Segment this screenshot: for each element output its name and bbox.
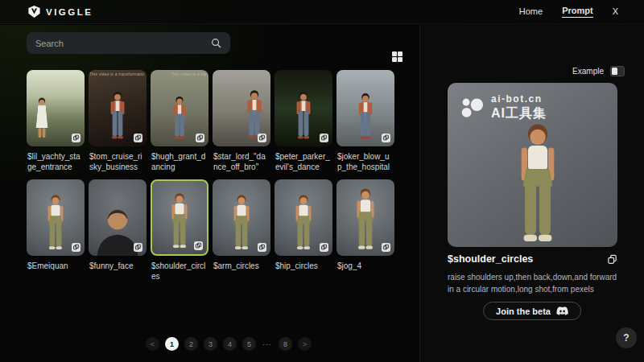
video-title: $hip_circles xyxy=(275,261,332,271)
example-row: Example xyxy=(572,66,625,76)
video-title: $arm_circles xyxy=(213,261,270,271)
person-figure xyxy=(162,192,198,249)
watermark-note: This video is a transformatio xyxy=(89,72,144,76)
gallery-item[interactable]: $lil_yachty_stage_entrance xyxy=(27,70,85,179)
person-figure xyxy=(286,194,322,250)
page-8-button[interactable]: 8 xyxy=(279,337,292,351)
video-thumbnail[interactable] xyxy=(213,179,270,256)
top-bar: VIGGLE Home Prompt X xyxy=(0,0,644,24)
copy-icon[interactable] xyxy=(196,134,204,142)
watermark-note: This video is a tra xyxy=(151,72,206,76)
join-beta-label: Join the beta xyxy=(496,306,551,316)
video-title: $lil_yachty_stage_entrance xyxy=(27,151,84,172)
top-nav: Home Prompt X xyxy=(519,6,618,18)
video-thumbnail[interactable] xyxy=(275,179,332,256)
person-figure xyxy=(287,91,320,141)
search-bar[interactable] xyxy=(27,32,230,54)
detail-panel: Example ai-bot.cn AI工具集 $shoulder_circle… xyxy=(419,25,644,362)
video-title: $peter_parker_evil's_dance xyxy=(275,151,332,172)
gallery-item[interactable]: $star_lord_"dance_off_bro" xyxy=(213,70,270,179)
gallery-item[interactable]: $Emeiquan xyxy=(27,179,85,289)
preview-title: $shoulder_circles xyxy=(448,253,533,265)
gallery-item[interactable]: $peter_parker_evil's_dance xyxy=(275,70,332,179)
video-thumbnail[interactable]: This video is a transformatio xyxy=(89,70,147,146)
example-toggle[interactable] xyxy=(610,66,625,76)
video-thumbnail[interactable] xyxy=(336,70,394,146)
page-4-button[interactable]: 4 xyxy=(223,337,237,351)
copy-icon[interactable] xyxy=(320,134,328,142)
copy-icon[interactable] xyxy=(258,134,266,142)
video-title: $shoulder_circles xyxy=(151,261,208,282)
copy-prompt-icon[interactable] xyxy=(607,254,617,265)
copy-icon[interactable] xyxy=(72,134,80,142)
video-title: $funny_face xyxy=(89,261,146,271)
video-thumbnail-selected[interactable] xyxy=(151,179,208,256)
page-5-button[interactable]: 5 xyxy=(242,337,256,351)
help-button[interactable]: ? xyxy=(616,327,637,348)
search-input[interactable] xyxy=(35,39,211,48)
gallery-item[interactable]: This video is a transformatio $tom_cruis… xyxy=(89,70,147,179)
copy-icon[interactable] xyxy=(258,243,266,252)
nav-prompt[interactable]: Prompt xyxy=(562,6,593,18)
example-label: Example xyxy=(572,67,604,76)
grid-square xyxy=(398,57,402,62)
prompt-description: raise shoulders up,then back,down,and fo… xyxy=(448,271,623,295)
person-figure xyxy=(38,194,74,250)
copy-icon[interactable] xyxy=(194,241,203,250)
copy-icon[interactable] xyxy=(134,243,142,252)
video-thumbnail[interactable] xyxy=(27,179,85,256)
gallery-item[interactable]: This video is a tra $hugh_grant_dancing xyxy=(151,70,208,179)
nav-x[interactable]: X xyxy=(613,6,618,18)
video-thumbnail[interactable] xyxy=(275,70,332,146)
gallery-item[interactable]: $funny_face xyxy=(89,179,147,289)
copy-icon[interactable] xyxy=(72,243,80,252)
copy-icon[interactable] xyxy=(382,134,390,142)
video-title: $Emeiquan xyxy=(27,261,84,271)
gallery-item[interactable]: $shoulder_circles xyxy=(151,179,208,289)
video-thumbnail[interactable] xyxy=(213,70,270,146)
person-figure xyxy=(224,194,260,250)
video-title: $star_lord_"dance_off_bro" xyxy=(213,151,270,172)
video-thumbnail[interactable]: This video is a tra xyxy=(151,70,208,146)
preview-title-row: $shoulder_circles xyxy=(448,253,617,265)
page-3-button[interactable]: 3 xyxy=(204,337,217,351)
viggle-logo-icon xyxy=(28,6,40,18)
grid-square xyxy=(398,51,402,56)
template-gallery: $lil_yachty_stage_entrance This video is… xyxy=(27,70,398,289)
aibot-logo-icon xyxy=(459,97,485,119)
grid-square xyxy=(392,57,397,62)
gallery-item[interactable]: $jog_4 xyxy=(336,179,394,289)
toggle-knob xyxy=(612,68,617,75)
video-thumbnail[interactable] xyxy=(89,179,147,256)
join-beta-button[interactable]: Join the beta xyxy=(483,302,581,320)
video-title: $joker_blow_up_the_hospital xyxy=(337,151,394,172)
gallery-item[interactable]: $hip_circles xyxy=(275,179,332,289)
grid-view-icon[interactable] xyxy=(392,51,402,62)
page-next-button[interactable]: > xyxy=(298,337,312,351)
library-panel: $lil_yachty_stage_entrance This video is… xyxy=(0,25,419,362)
video-thumbnail[interactable] xyxy=(336,179,394,256)
page-1-button[interactable]: 1 xyxy=(165,337,179,351)
viggle-logo[interactable]: VIGGLE xyxy=(28,6,93,18)
gallery-item[interactable]: $joker_blow_up_the_hospital xyxy=(336,70,394,179)
grid-square xyxy=(392,51,397,56)
person-figure xyxy=(27,97,56,141)
copy-icon[interactable] xyxy=(134,134,142,142)
discord-icon xyxy=(556,306,568,315)
person-figure xyxy=(345,187,386,250)
video-title: $jog_4 xyxy=(337,261,394,271)
gallery-item[interactable]: $arm_circles xyxy=(213,179,270,289)
pagination: < 1 2 3 4 5 ··· 8 > xyxy=(146,337,312,351)
brand-name: VIGGLE xyxy=(46,7,93,17)
preview-video[interactable]: ai-bot.cn AI工具集 xyxy=(448,83,617,247)
copy-icon[interactable] xyxy=(320,243,328,252)
video-thumbnail[interactable] xyxy=(27,70,85,146)
watermark-domain: ai-bot.cn xyxy=(491,93,547,105)
person-figure xyxy=(350,93,382,141)
page-2-button[interactable]: 2 xyxy=(184,337,198,351)
pagination-ellipsis: ··· xyxy=(262,340,273,348)
watermark-cn-text: AI工具集 xyxy=(491,105,547,122)
nav-home[interactable]: Home xyxy=(519,6,543,18)
copy-icon[interactable] xyxy=(382,243,390,252)
page-prev-button[interactable]: < xyxy=(146,337,159,351)
